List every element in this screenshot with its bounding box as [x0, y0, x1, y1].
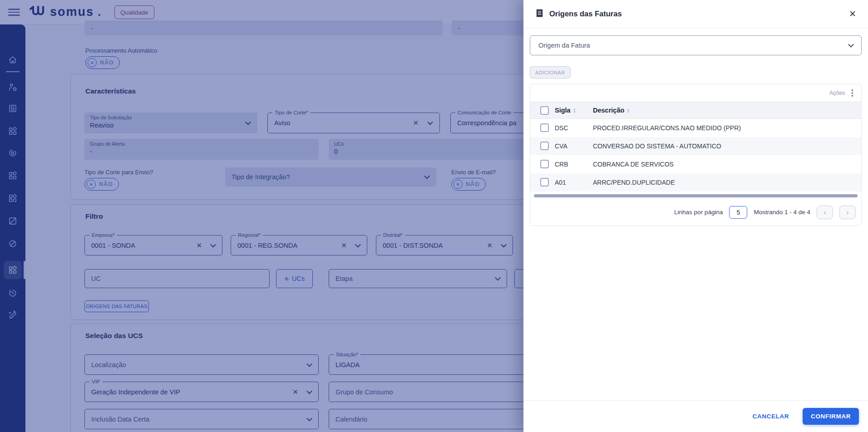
- cell-sigla: A01: [555, 173, 593, 191]
- row-checkbox[interactable]: [540, 178, 549, 187]
- sort-icon[interactable]: ▲▼: [573, 108, 576, 113]
- prev-page-button[interactable]: ‹: [817, 206, 833, 219]
- chevron-down-icon: [848, 42, 854, 48]
- col-sigla: Sigla: [555, 107, 571, 114]
- table-row: CVA CONVERSAO DO SISTEMA - AUTOMATICO: [530, 137, 861, 155]
- sort-icon[interactable]: ▲▼: [626, 108, 630, 113]
- cancelar-button[interactable]: CANCELAR: [753, 413, 789, 420]
- origens-table: Sigla▲▼ Descrição▲▼ DSC PROCED.IRREGULAR…: [530, 102, 861, 191]
- row-checkbox[interactable]: [540, 160, 549, 168]
- origens-faturas-drawer: Origens das Faturas ✕ Origem da Fatura A…: [523, 0, 868, 432]
- cell-descricao: PROCED.IRREGULAR/CONS.NAO MEDIDO (PPR): [593, 119, 861, 137]
- col-descricao: Descrição: [593, 107, 624, 114]
- table-actions-bar: Ações: [530, 84, 861, 102]
- cell-descricao: COBRANCA DE SERVICOS: [593, 155, 861, 173]
- cell-descricao: CONVERSAO DO SISTEMA - AUTOMATICO: [593, 137, 861, 155]
- table-row: CRB COBRANCA DE SERVICOS: [530, 155, 861, 173]
- drawer-header: Origens das Faturas ✕: [523, 0, 868, 28]
- cell-sigla: CRB: [555, 155, 593, 173]
- rows-per-page-label: Linhas por página: [674, 209, 723, 216]
- confirmar-button[interactable]: CONFIRMAR: [803, 408, 859, 425]
- select-all-checkbox[interactable]: [540, 106, 549, 115]
- drawer-footer: CANCELAR CONFIRMAR: [523, 400, 868, 432]
- app-stage: somus . Qualidade: [0, 0, 868, 432]
- table-row: DSC PROCED.IRREGULAR/CONS.NAO MEDIDO (PP…: [530, 119, 861, 137]
- origens-table-card: Ações Sigla▲▼ Descrição▲▼ D: [530, 84, 862, 226]
- origem-fatura-select[interactable]: Origem da Fatura: [530, 35, 862, 55]
- table-pagination: Linhas por página Mostrando 1 - 4 de 4 ‹…: [530, 202, 861, 226]
- close-icon[interactable]: ✕: [849, 10, 856, 18]
- table-header-row: Sigla▲▼ Descrição▲▼: [530, 102, 861, 119]
- horizontal-scrollbar[interactable]: [534, 194, 858, 197]
- row-checkbox[interactable]: [540, 123, 549, 132]
- acoes-label: Ações: [829, 90, 845, 96]
- next-page-button[interactable]: ›: [839, 206, 856, 219]
- cell-sigla: CVA: [555, 137, 593, 155]
- adicionar-button[interactable]: ADICIONAR: [530, 66, 571, 79]
- cell-sigla: DSC: [555, 119, 593, 137]
- drawer-title: Origens das Faturas: [549, 10, 622, 18]
- receipt-icon: [535, 8, 544, 20]
- drawer-body: Origem da Fatura ADICIONAR Ações Sigla▲▼…: [523, 28, 868, 400]
- cell-descricao: ARRC/PEND.DUPLICIDADE: [593, 173, 861, 191]
- kebab-menu-icon[interactable]: [850, 88, 855, 98]
- rows-per-page-input[interactable]: [729, 206, 747, 219]
- row-checkbox[interactable]: [540, 142, 549, 150]
- table-row: A01 ARRC/PEND.DUPLICIDADE: [530, 173, 861, 191]
- showing-label: Mostrando 1 - 4 de 4: [754, 209, 810, 216]
